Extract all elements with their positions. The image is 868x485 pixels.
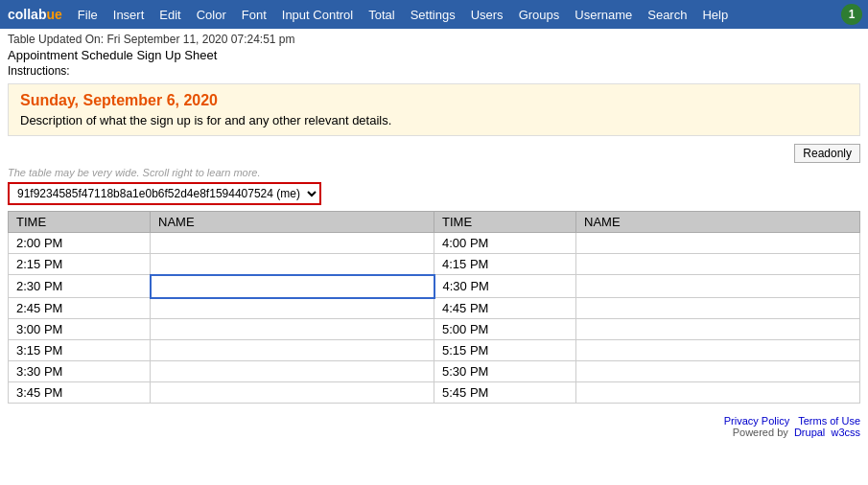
nav-item-color[interactable]: Color	[189, 0, 234, 29]
right-name-cell[interactable]	[576, 233, 860, 254]
nav-item-username[interactable]: Username	[567, 0, 640, 29]
nav-item-file[interactable]: File	[70, 0, 106, 29]
nav-item-help[interactable]: Help	[694, 0, 736, 29]
right-time-cell: 4:15 PM	[434, 254, 576, 275]
left-name-cell[interactable]	[151, 298, 434, 319]
user-select-wrap[interactable]: 91f9234585f47118b8a1e0b6f52d4e8f15944075…	[8, 182, 321, 205]
table-updated: Table Updated On: Fri September 11, 2020…	[8, 33, 860, 46]
right-name-cell[interactable]	[576, 382, 860, 404]
left-name-cell[interactable]	[151, 233, 434, 254]
logo[interactable]: collabue	[0, 0, 70, 29]
sheet-title: Appointment Schedule Sign Up Sheet	[8, 48, 860, 62]
col-header-time1: TIME	[9, 212, 151, 233]
table-row: 3:30 PM5:30 PM	[9, 361, 860, 382]
table-row: 2:00 PM4:00 PM	[9, 233, 860, 254]
nav-item-insert[interactable]: Insert	[106, 0, 152, 29]
nav-item-input-control[interactable]: Input Control	[274, 0, 361, 29]
nav-item-font[interactable]: Font	[234, 0, 274, 29]
nav-item-total[interactable]: Total	[361, 0, 402, 29]
sunday-description: Description of what the sign up is for a…	[20, 113, 848, 127]
privacy-policy-link[interactable]: Privacy Policy	[724, 415, 789, 427]
nav-item-edit[interactable]: Edit	[152, 0, 188, 29]
table-row: 2:15 PM4:15 PM	[9, 254, 860, 275]
readonly-button[interactable]: Readonly	[794, 144, 860, 163]
right-time-cell: 5:30 PM	[434, 361, 576, 382]
table-row: 3:00 PM5:00 PM	[9, 319, 860, 340]
left-time-cell: 2:00 PM	[9, 233, 151, 254]
nav-item-search[interactable]: Search	[640, 0, 694, 29]
right-time-cell: 4:45 PM	[434, 298, 576, 319]
schedule-table: TIME NAME TIME NAME 2:00 PM4:00 PM2:15 P…	[8, 211, 860, 404]
table-header-row: TIME NAME TIME NAME	[9, 212, 860, 233]
powered-by-text: Powered by	[733, 427, 788, 438]
right-name-cell[interactable]	[576, 275, 860, 298]
logo-ue: ue	[46, 7, 61, 22]
w3css-link[interactable]: w3css	[831, 427, 860, 438]
top-nav: collabue FileInsertEditColorFontInput Co…	[0, 0, 868, 29]
sunday-date: Sunday, September 6, 2020	[20, 92, 848, 109]
left-time-cell: 2:45 PM	[9, 298, 151, 319]
footer: Privacy Policy Terms of Use Powered by D…	[0, 407, 868, 442]
user-badge[interactable]: 1	[841, 4, 862, 25]
right-time-cell: 4:00 PM	[434, 233, 576, 254]
right-time-cell: 5:45 PM	[434, 382, 576, 404]
user-select[interactable]: 91f9234585f47118b8a1e0b6f52d4e8f15944075…	[10, 184, 319, 203]
instructions-label: Instructions:	[8, 64, 860, 78]
right-name-cell[interactable]	[576, 254, 860, 275]
table-row: 3:45 PM5:45 PM	[9, 382, 860, 404]
right-time-cell: 5:15 PM	[434, 340, 576, 361]
table-row: 2:45 PM4:45 PM	[9, 298, 860, 319]
sunday-box: Sunday, September 6, 2020 Description of…	[8, 83, 860, 136]
left-name-cell[interactable]	[151, 275, 434, 298]
left-name-cell[interactable]	[151, 254, 434, 275]
table-row: 3:15 PM5:15 PM	[9, 340, 860, 361]
drupal-link[interactable]: Drupal	[794, 427, 825, 438]
col-header-time2: TIME	[434, 212, 576, 233]
left-name-cell[interactable]	[151, 319, 434, 340]
left-time-cell: 2:30 PM	[9, 275, 151, 298]
left-time-cell: 3:45 PM	[9, 382, 151, 404]
col-header-name1: NAME	[151, 212, 434, 233]
left-name-cell[interactable]	[151, 361, 434, 382]
right-time-cell: 5:00 PM	[434, 319, 576, 340]
col-header-name2: NAME	[576, 212, 860, 233]
nav-items: FileInsertEditColorFontInput ControlTota…	[70, 0, 841, 29]
main-content: Table Updated On: Fri September 11, 2020…	[0, 29, 868, 407]
right-name-cell[interactable]	[576, 361, 860, 382]
active-name-input[interactable]	[159, 278, 426, 295]
left-time-cell: 2:15 PM	[9, 254, 151, 275]
nav-item-settings[interactable]: Settings	[403, 0, 463, 29]
left-time-cell: 3:30 PM	[9, 361, 151, 382]
table-row: 2:30 PM4:30 PM	[9, 275, 860, 298]
nav-item-users[interactable]: Users	[463, 0, 511, 29]
right-name-cell[interactable]	[576, 319, 860, 340]
right-name-cell[interactable]	[576, 298, 860, 319]
right-name-cell[interactable]	[576, 340, 860, 361]
terms-of-use-link[interactable]: Terms of Use	[798, 415, 860, 427]
readonly-area: Readonly	[8, 144, 860, 163]
nav-item-groups[interactable]: Groups	[511, 0, 568, 29]
logo-collab: collab	[8, 7, 46, 22]
left-name-cell[interactable]	[151, 340, 434, 361]
right-time-cell: 4:30 PM	[434, 275, 576, 298]
left-name-cell[interactable]	[151, 382, 434, 404]
left-time-cell: 3:15 PM	[9, 340, 151, 361]
scroll-hint: The table may be very wide. Scroll right…	[8, 167, 860, 178]
left-time-cell: 3:00 PM	[9, 319, 151, 340]
